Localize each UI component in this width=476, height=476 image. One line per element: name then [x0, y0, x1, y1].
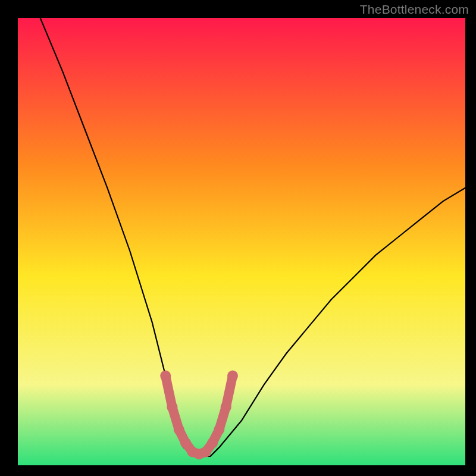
trough-dot — [207, 437, 218, 448]
trough-dot — [227, 371, 238, 381]
chart-svg — [0, 0, 476, 476]
trough-dot — [221, 402, 231, 412]
trough-dot — [201, 446, 211, 457]
trough-dot — [167, 402, 177, 412]
trough-dot — [160, 371, 171, 381]
chart-frame: TheBottleneck.com — [0, 0, 476, 476]
watermark-text: TheBottleneck.com — [360, 2, 469, 17]
trough-dot — [174, 424, 184, 435]
plot-background — [18, 18, 465, 465]
trough-dot — [180, 437, 191, 448]
trough-dot — [214, 424, 224, 435]
